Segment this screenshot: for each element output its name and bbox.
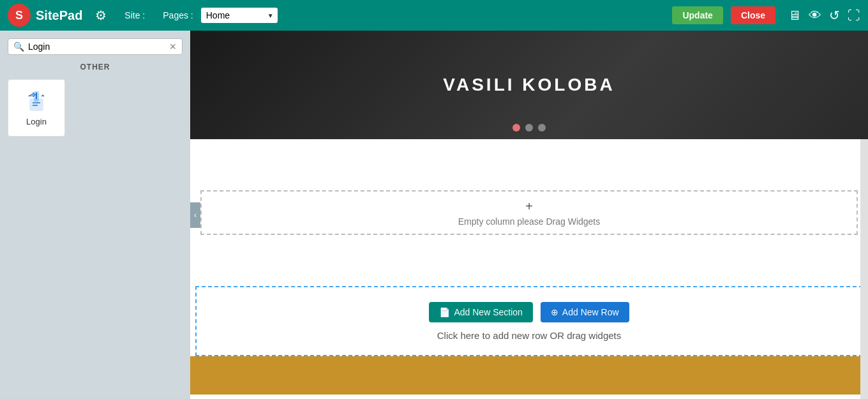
login-widget[interactable]: ✥ Login: [8, 79, 65, 137]
empty-column-text: Empty column please Drag Widgets: [458, 216, 601, 227]
add-new-section-button[interactable]: 📄 Add New Section: [429, 302, 532, 322]
search-icon: 🔍: [13, 41, 24, 52]
close-button[interactable]: Close: [731, 6, 775, 24]
site-label: Site :: [124, 10, 145, 20]
update-button[interactable]: Update: [672, 6, 722, 24]
logo-area: S SitePad: [8, 4, 82, 27]
login-widget-label: Login: [26, 117, 47, 126]
carousel-dot-2[interactable]: [525, 124, 533, 132]
plus-circle-icon: ⊕: [551, 307, 558, 317]
history-icon[interactable]: ↺: [829, 8, 840, 23]
header: S SitePad ⚙ Site : Pages : Home About Co…: [0, 0, 868, 31]
other-label: OTHER: [8, 63, 183, 72]
svg-text:✥: ✥: [31, 91, 36, 98]
footer-section: [190, 356, 868, 395]
plus-icon: +: [525, 199, 533, 214]
search-input[interactable]: [28, 41, 165, 52]
sitemap-icon[interactable]: ⛶: [848, 8, 860, 23]
login-widget-icon: ✥: [25, 90, 48, 113]
hero-title: VASILI KOLOBA: [443, 75, 615, 95]
carousel-dot-1[interactable]: [513, 124, 520, 132]
white-space-2: [190, 235, 868, 286]
eye-icon[interactable]: 👁: [809, 8, 821, 23]
add-new-row-button[interactable]: ⊕ Add New Row: [541, 302, 629, 322]
add-section-area[interactable]: 📄 Add New Section ⊕ Add New Row Click he…: [195, 286, 863, 356]
pages-label: Pages :: [163, 10, 193, 20]
svg-rect-1: [30, 99, 43, 110]
carousel-dots: [513, 124, 546, 132]
add-section-buttons: 📄 Add New Section ⊕ Add New Row: [429, 302, 629, 322]
logo-text: SitePad: [36, 8, 82, 23]
monitor-icon[interactable]: 🖥: [788, 8, 801, 23]
logo-icon: S: [8, 4, 31, 27]
section-icon: 📄: [439, 307, 450, 317]
pages-select-wrapper[interactable]: Home About Contact: [201, 8, 278, 23]
collapse-arrow[interactable]: ‹: [190, 202, 200, 228]
header-icons: 🖥 👁 ↺ ⛶: [788, 8, 860, 23]
pages-select[interactable]: Home About Contact: [201, 8, 278, 23]
search-box: 🔍 ✕: [8, 38, 183, 55]
white-space-1: [190, 139, 868, 190]
gear-icon[interactable]: ⚙: [95, 8, 107, 23]
add-hint-text: Click here to add new row OR drag widget…: [437, 330, 621, 341]
hero-section: VASILI KOLOBA: [190, 31, 868, 139]
empty-column-section[interactable]: + Empty column please Drag Widgets: [200, 190, 858, 235]
clear-icon[interactable]: ✕: [169, 41, 177, 52]
sidebar: 🔍 ✕ OTHER ✥ Login: [0, 31, 190, 399]
main-layout: 🔍 ✕ OTHER ✥ Login: [0, 31, 868, 399]
content-area: ‹ VASILI KOLOBA + Empty column please Dr…: [190, 31, 868, 399]
carousel-dot-3[interactable]: [538, 124, 546, 132]
